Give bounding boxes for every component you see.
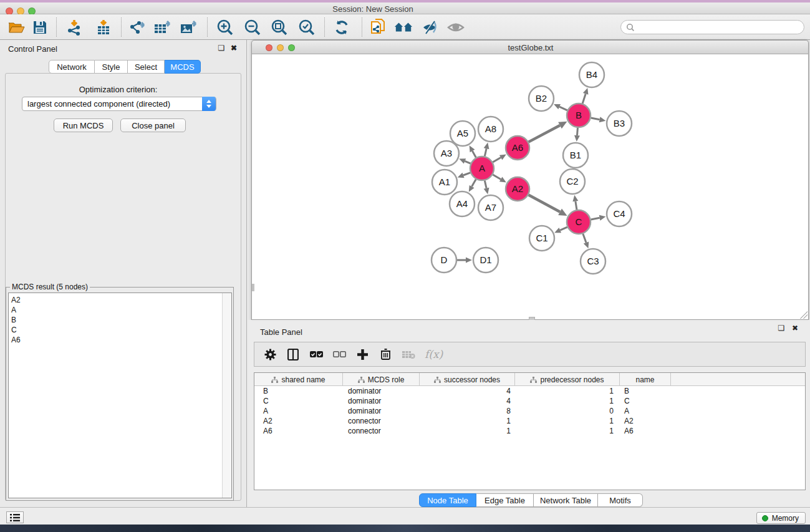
criterion-dropdown[interactable]: largest connected component (directed) [22, 97, 216, 111]
close-panel-icon[interactable]: ✖ [790, 324, 800, 332]
tab-motifs[interactable]: Motifs [598, 493, 643, 507]
node-C[interactable]: C [567, 210, 591, 234]
clone-network-icon[interactable] [369, 19, 388, 36]
node-A5[interactable]: A5 [450, 121, 475, 146]
table-cell[interactable]: B [620, 386, 671, 396]
edge-A-A2[interactable] [493, 175, 506, 182]
table-cell[interactable]: A [254, 406, 343, 416]
table-cell[interactable]: 0 [515, 406, 620, 416]
edge-B-B2[interactable] [554, 104, 567, 110]
export-network-icon[interactable] [128, 19, 147, 36]
table-cell[interactable]: 1 [515, 416, 620, 426]
float-panel-icon[interactable]: ❏ [776, 324, 786, 332]
edge-A-A5[interactable] [470, 145, 476, 157]
column-header-MCDS-role[interactable]: MCDS role [343, 373, 420, 386]
table-cell[interactable]: 4 [420, 396, 515, 406]
table-cell[interactable]: 1 [420, 426, 515, 436]
table-cell[interactable]: dominator [343, 406, 420, 416]
node-B4[interactable]: B4 [579, 62, 604, 87]
window-resize-grip[interactable] [800, 311, 808, 319]
tab-network[interactable]: Network [49, 60, 95, 74]
edge-A-A4[interactable] [469, 179, 476, 191]
select-all-icon[interactable] [309, 347, 323, 361]
edge-B-B4[interactable] [582, 88, 588, 104]
search-input[interactable] [635, 22, 804, 33]
edge-A-A1[interactable] [458, 173, 471, 178]
tab-style[interactable]: Style [95, 60, 128, 74]
node-A4[interactable]: A4 [450, 191, 475, 216]
node-B2[interactable]: B2 [529, 86, 554, 111]
node-C1[interactable]: C1 [529, 226, 554, 251]
result-item[interactable]: A [9, 305, 231, 315]
table-cell[interactable]: dominator [343, 386, 420, 396]
close-panel-button[interactable]: Close panel [120, 118, 186, 132]
import-network-icon[interactable] [65, 19, 84, 36]
node-A1[interactable]: A1 [432, 170, 457, 195]
table-row[interactable]: Bdominator41B [254, 386, 805, 396]
zoom-selected-icon[interactable] [297, 19, 316, 36]
node-C2[interactable]: C2 [560, 169, 585, 194]
open-file-icon[interactable] [7, 19, 26, 36]
node-A2[interactable]: A2 [506, 177, 529, 201]
result-item[interactable]: A2 [9, 293, 231, 305]
edge-C-C1[interactable] [554, 227, 567, 233]
table-cell[interactable]: connector [343, 426, 420, 436]
column-header-shared-name[interactable]: shared name [254, 373, 343, 386]
deselect-all-icon[interactable] [332, 347, 346, 361]
edge-C-C3[interactable] [583, 234, 589, 249]
network-canvas[interactable]: B4B2BB3A5A8A6A3B1AC2A1A2A4A7CC4C1C3DD1 [251, 54, 809, 320]
table-row[interactable]: A6connector11A6 [254, 426, 805, 436]
column-header-name[interactable]: name [620, 373, 671, 386]
edge-A2-C[interactable] [529, 195, 567, 216]
table-cell[interactable]: A2 [254, 416, 343, 426]
table-cell[interactable]: 4 [420, 386, 515, 396]
table-cell[interactable]: connector [343, 416, 420, 426]
column-header-successor-nodes[interactable]: successor nodes [420, 373, 515, 386]
tab-select[interactable]: Select [128, 60, 165, 74]
run-mcds-button[interactable]: Run MCDS [54, 118, 113, 132]
node-A[interactable]: A [470, 157, 494, 180]
zoom-fit-icon[interactable] [270, 19, 289, 36]
edge-C-C2[interactable] [572, 195, 578, 210]
hide-details-icon[interactable] [420, 19, 439, 36]
table-row[interactable]: Cdominator41C [254, 396, 805, 406]
table-cell[interactable]: 1 [515, 426, 620, 436]
table-cell[interactable]: A [620, 406, 671, 416]
table-cell[interactable]: A6 [620, 426, 671, 436]
edge-B-B1[interactable] [574, 128, 580, 142]
table-row[interactable]: A2connector11A2 [254, 416, 805, 426]
edge-C-C4[interactable] [591, 215, 606, 221]
column-header-predecessor-nodes[interactable]: predecessor nodes [515, 373, 620, 386]
node-C3[interactable]: C3 [581, 249, 605, 274]
edge-D-D1[interactable] [457, 258, 472, 263]
eye-icon[interactable] [446, 19, 465, 36]
edge-A-A7[interactable] [484, 181, 489, 195]
table-cell[interactable]: B [254, 386, 343, 396]
node-D[interactable]: D [432, 248, 456, 273]
edge-A-A8[interactable] [484, 142, 489, 156]
node-B3[interactable]: B3 [607, 111, 632, 136]
export-table-icon[interactable] [153, 19, 172, 36]
node-A6[interactable]: A6 [506, 136, 529, 160]
node-A3[interactable]: A3 [434, 141, 459, 166]
table-cell[interactable]: 8 [420, 406, 515, 416]
result-item[interactable]: C [9, 325, 231, 335]
show-column-icon[interactable] [286, 347, 300, 361]
tab-network-table[interactable]: Network Table [534, 493, 598, 507]
task-history-button[interactable] [6, 511, 24, 523]
mcds-result-list[interactable]: A2ABCA6 [8, 293, 232, 498]
home-icon[interactable] [394, 19, 413, 36]
table-row[interactable]: Adominator80A [254, 406, 805, 416]
delete-column-icon[interactable] [378, 347, 392, 361]
table-cell[interactable]: C [620, 396, 671, 406]
add-column-icon[interactable] [355, 347, 369, 361]
table-cell[interactable]: 1 [515, 386, 620, 396]
scrollbar-track[interactable] [222, 293, 231, 498]
save-session-icon[interactable] [31, 19, 49, 36]
search-field[interactable] [620, 20, 804, 34]
float-panel-icon[interactable]: ❏ [216, 44, 226, 52]
zoom-out-icon[interactable] [243, 19, 262, 36]
table-cell[interactable]: 1 [515, 396, 620, 406]
node-B[interactable]: B [567, 104, 591, 127]
result-item[interactable]: B [9, 315, 231, 325]
